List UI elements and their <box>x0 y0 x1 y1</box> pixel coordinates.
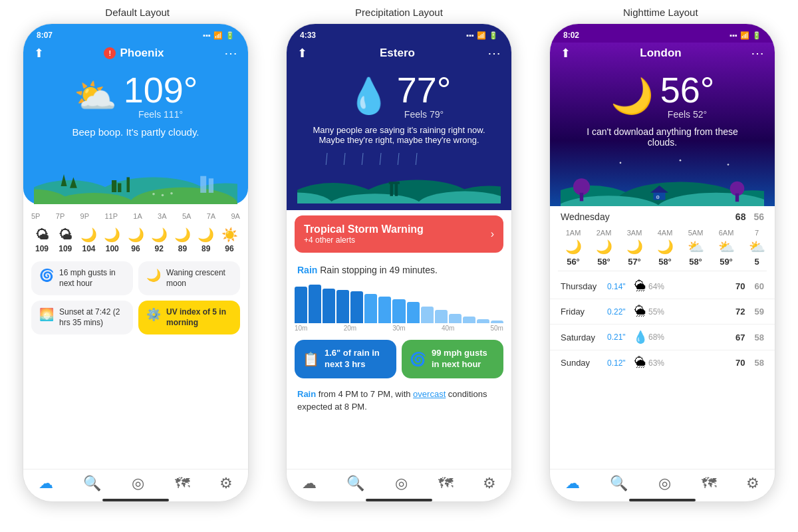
bar-3 <box>323 289 335 323</box>
weather-main-3: 🌙 56° Feels 52° <box>561 66 764 122</box>
share-icon-1[interactable]: ⬆ <box>34 46 44 61</box>
storm-alert[interactable]: Tropical Storm Warning +4 other alerts › <box>295 215 503 253</box>
fc-sat-day: Saturday <box>561 332 607 342</box>
nh-4: 4AM 🌙 58° <box>650 229 680 267</box>
nav-settings-1[interactable]: ⚙ <box>219 475 233 492</box>
status-bar-3: 8:02 ▪▪▪ 📶 🔋 <box>550 24 775 43</box>
nav-settings-2[interactable]: ⚙ <box>483 475 496 492</box>
nav-compass-1[interactable]: ◎ <box>132 475 144 492</box>
nav-map-3[interactable]: 🗺 <box>702 475 716 492</box>
bar-14 <box>477 319 489 323</box>
stat-gust-text: 99 mph gusts in next hour <box>432 348 495 370</box>
wed-high: 68 <box>735 211 746 222</box>
svg-point-44 <box>680 160 682 162</box>
nav-search-1[interactable]: 🔍 <box>83 475 101 492</box>
stat-rain-icon: 📋 <box>303 351 319 367</box>
stat-gust-icon: 🌀 <box>410 351 426 367</box>
home-bar-2 <box>366 499 432 501</box>
svg-point-45 <box>728 164 730 166</box>
desc-2: Many people are saying it's raining righ… <box>297 122 501 150</box>
nh-7: 7 ⛅ 5 <box>741 229 772 267</box>
hour-item-5: 🌙96 <box>125 227 146 253</box>
more-btn-1[interactable]: ⋯ <box>224 45 237 61</box>
nav-cloud-2[interactable]: ☁ <box>302 475 317 492</box>
header-row-3: ⬆ London ⋯ <box>561 43 764 66</box>
uv-text: UV index of 5 in morning <box>166 307 232 328</box>
sunset-icon: 🌅 <box>39 307 54 323</box>
more-btn-2[interactable]: ⋯ <box>487 45 501 61</box>
signal-icon-1: ▪▪▪ <box>203 31 211 39</box>
hi-icon-4: 🌙 <box>104 227 120 243</box>
weather-main-1: ⛅ 109° Feels 111° <box>34 66 237 122</box>
svg-rect-29 <box>395 183 398 196</box>
stat-card-rain: 📋 1.6" of rain in next 3 hrs <box>295 340 396 378</box>
temp-2: 77° <box>397 72 452 108</box>
svg-point-11 <box>152 193 155 196</box>
nav-map-1[interactable]: 🗺 <box>175 475 190 492</box>
city-name-3: London <box>640 47 681 60</box>
fc-thu-day: Thursday <box>561 281 607 291</box>
scene-svg-3: ⚙ <box>561 153 764 206</box>
hi-icon-6: 🌙 <box>151 227 168 243</box>
fc-sun-icon: 🌦 <box>632 356 648 370</box>
nav-map-2[interactable]: 🗺 <box>438 475 453 492</box>
bar-4 <box>336 290 349 323</box>
fc-sun-precip: 0.12" <box>607 358 632 368</box>
wed-low: 56 <box>753 211 764 222</box>
cl-1: 10m <box>295 325 307 332</box>
wifi-icon-1: 📶 <box>213 31 223 40</box>
sunset-text: Sunset at 7:42 (2 hrs 35 mins) <box>59 307 125 328</box>
svg-rect-15 <box>209 178 213 193</box>
header-row-2: ⬆ Estero ⋯ <box>297 43 501 66</box>
overcast-link[interactable]: overcast <box>413 389 446 399</box>
gust-icon: 🌀 <box>39 268 54 283</box>
wifi-icon-3: 📶 <box>740 31 749 40</box>
gust-text: 16 mph gusts in next hour <box>59 268 125 289</box>
nav-settings-3[interactable]: ⚙ <box>746 475 759 492</box>
bar-7 <box>378 297 391 323</box>
ht-5: 1A <box>133 212 142 220</box>
svg-line-23 <box>344 153 345 165</box>
nav-search-2[interactable]: 🔍 <box>346 475 364 492</box>
nav-bar-2: ☁ 🔍 ◎ 🗺 ⚙ <box>287 469 511 496</box>
bar-11 <box>435 310 448 323</box>
more-btn-3[interactable]: ⋯ <box>751 45 764 61</box>
nh-1: 1AM 🌙 56° <box>558 229 589 267</box>
bar-8 <box>392 299 405 323</box>
ht-7: 5A <box>182 212 191 220</box>
fc-sat-low: 58 <box>755 332 764 342</box>
nav-bar-3: ☁ 🔍 ◎ 🗺 ⚙ <box>550 469 775 496</box>
svg-point-43 <box>620 162 622 164</box>
phones-row: 8:07 ▪▪▪ 📶 🔋 ⬆ ! Phoenix ⋯ <box>7 23 791 529</box>
bar-1 <box>295 287 307 323</box>
temp-3: 56° <box>660 72 715 108</box>
ht-8: 7A <box>207 212 215 220</box>
svg-rect-14 <box>200 176 206 193</box>
feels-1: Feels 111° <box>124 109 198 120</box>
fc-sunday: Sunday 0.12" 🌦 63% 70 58 <box>550 350 775 375</box>
wifi-icon-2: 📶 <box>477 31 486 40</box>
fc-sun-pct: 63% <box>648 358 672 368</box>
status-icons-3: ▪▪▪ 📶 🔋 <box>730 31 761 40</box>
precip-chart: 10m 20m 30m 40m 50m <box>287 278 511 334</box>
ht-6: 3A <box>158 212 166 220</box>
top-section-1: ⬆ ! Phoenix ⋯ ⛅ 109° Feels 111° Beep boo… <box>23 43 248 204</box>
phone-nighttime: 8:02 ▪▪▪ 📶 🔋 ⬆ London ⋯ 🌙 <box>549 23 775 502</box>
stat-rain-text: 1.6" of rain in next 3 hrs <box>325 348 388 370</box>
nav-search-3[interactable]: 🔍 <box>610 475 628 492</box>
share-icon-3[interactable]: ⬆ <box>561 46 571 61</box>
nav-compass-2[interactable]: ◎ <box>395 475 408 492</box>
ht-9: 9A <box>231 212 239 220</box>
hour-item-2: 🌤109 <box>55 227 76 253</box>
svg-point-13 <box>170 192 173 195</box>
svg-rect-8 <box>127 178 130 193</box>
svg-marker-9 <box>61 174 67 186</box>
nav-cloud-3[interactable]: ☁ <box>565 475 580 492</box>
nh-5: 5AM ⛅ 58° <box>680 229 711 267</box>
hi-icon-8: 🌙 <box>198 227 214 243</box>
nav-cloud-1[interactable]: ☁ <box>39 475 53 492</box>
nav-compass-3[interactable]: ◎ <box>658 475 671 492</box>
share-icon-2[interactable]: ⬆ <box>297 46 307 61</box>
cl-3: 30m <box>392 325 405 332</box>
hi-icon-9: ☀️ <box>221 227 238 243</box>
